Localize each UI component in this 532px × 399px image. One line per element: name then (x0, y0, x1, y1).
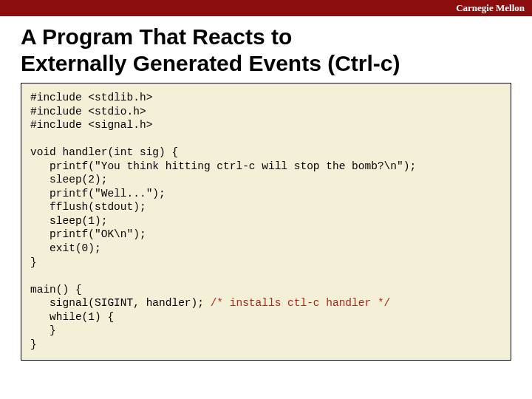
code-line: sleep(1); (30, 215, 107, 227)
code-line: while(1) { (30, 311, 114, 323)
code-line: sleep(2); (30, 174, 107, 185)
title-line-2: Externally Generated Events (Ctrl-c) (21, 51, 400, 75)
code-line: } (30, 324, 56, 336)
code-line: #include <stdlib.h> (30, 92, 152, 103)
code-line: exit(0); (30, 242, 101, 254)
code-line: signal(SIGINT, handler); (30, 297, 211, 309)
code-line: #include <signal.h> (30, 119, 152, 131)
title-line-1: A Program That Reacts to (21, 24, 292, 49)
title-heading: A Program That Reacts toExternally Gener… (21, 24, 511, 77)
top-bar: Carnegie Mellon (0, 0, 532, 16)
code-comment: /* installs ctl-c handler */ (211, 297, 391, 309)
code-line: fflush(stdout); (30, 201, 146, 213)
code-line: #include <stdio.h> (30, 106, 146, 117)
code-line: } (30, 256, 37, 268)
code-line: printf("Well..."); (30, 188, 166, 200)
code-line: main() { (30, 284, 82, 296)
slide-title: A Program That Reacts toExternally Gener… (0, 16, 532, 83)
brand-label: Carnegie Mellon (456, 2, 525, 14)
code-line: printf("OK\n"); (30, 228, 146, 240)
code-line: void handler(int sig) { (30, 146, 178, 158)
code-line: printf("You think hitting ctrl-c will st… (30, 160, 416, 172)
code-block: #include <stdlib.h> #include <stdio.h> #… (21, 83, 511, 361)
code-line: } (30, 338, 37, 350)
